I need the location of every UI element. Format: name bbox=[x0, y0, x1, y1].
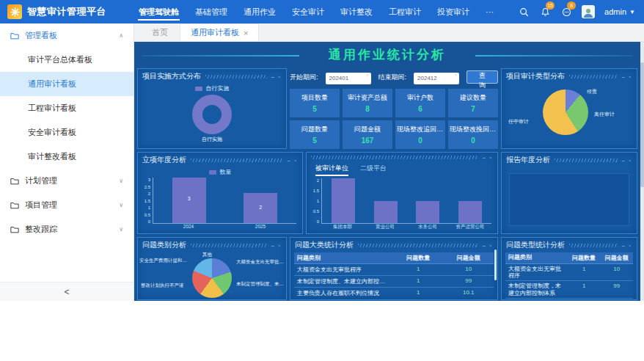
cell-amount: 99 bbox=[600, 281, 633, 297]
cell-count: 1 bbox=[393, 276, 443, 287]
table-row[interactable]: 大额资金支出无审批程序110 bbox=[294, 264, 494, 276]
user-menu[interactable]: admin ▼ bbox=[604, 7, 635, 16]
start-period-input[interactable] bbox=[326, 73, 371, 84]
sidebar-item-0-4[interactable]: 审计整改看板 bbox=[0, 145, 133, 169]
bar-资产运营公司 bbox=[458, 201, 482, 224]
panel-issue-major: 问题大类统计分析‒ ▫ 问题类别问题数量问题金额大额资金支出无审批程序110未制… bbox=[290, 237, 498, 300]
sidebar-menu: 管理看板∧审计平台总体看板通用审计看板工程审计看板安全审计看板审计整改看板计划管… bbox=[0, 23, 133, 241]
panel-issue-type: 问题类型统计分析‒ ▫ 问题类别问题数量问题金额大额资金支出无审批程序110未制… bbox=[501, 237, 637, 300]
sidebar-item-0-3[interactable]: 安全审计看板 bbox=[0, 120, 133, 145]
panel-title: 立项年度分析 bbox=[142, 155, 186, 165]
topnav-item-6[interactable]: 投资审计 bbox=[429, 0, 477, 23]
dashboard-scrollbar[interactable] bbox=[640, 42, 644, 301]
cell-count: 1 bbox=[393, 288, 443, 299]
y-tick: 0 bbox=[317, 219, 319, 224]
table-row[interactable]: 主要负责人存在履职不到位情况110.1 bbox=[294, 288, 494, 299]
message-icon[interactable]: 8 bbox=[560, 6, 572, 18]
table-header-row: 问题类别问题数量问题金额 bbox=[294, 252, 494, 264]
stat-card-1: 审计资产总额8 bbox=[343, 89, 392, 117]
col-header: 问题类别 bbox=[505, 252, 568, 263]
legend-label: 数量 bbox=[220, 168, 232, 176]
y-tick: 0.5 bbox=[144, 213, 150, 217]
pie-label: 安全生产费用计提和使用不规范 bbox=[139, 258, 189, 264]
chart-legend: 自行实施 bbox=[138, 83, 286, 92]
stat-card-2: 审计户数6 bbox=[395, 89, 445, 117]
tab-0[interactable]: 首页 bbox=[142, 23, 178, 41]
tab-close-icon[interactable]: × bbox=[244, 29, 248, 37]
sidebar-group-2[interactable]: 项目管理∨ bbox=[0, 193, 133, 217]
x-label: 2025 bbox=[224, 224, 296, 232]
topnav-item-2[interactable]: 通用作业 bbox=[235, 0, 284, 23]
topnav-item-5[interactable]: 工程审计 bbox=[381, 0, 429, 23]
bar-slot: 2 bbox=[225, 178, 297, 223]
sidebar: 管理看板∧审计平台总体看板通用审计看板工程审计看板安全审计看板审计整改看板计划管… bbox=[0, 23, 134, 301]
stat-card-value: 0 bbox=[418, 136, 422, 145]
sidebar-group-0[interactable]: 管理看板∧ bbox=[0, 23, 133, 48]
user-avatar[interactable] bbox=[582, 5, 595, 18]
bar-slot bbox=[407, 178, 450, 223]
folder-icon bbox=[10, 178, 19, 185]
cell-count: 1 bbox=[393, 264, 443, 275]
pie-label: 整改计划执行不严谨 bbox=[141, 282, 184, 289]
panel-deco bbox=[569, 244, 618, 247]
y-axis: 32.521.510.50 bbox=[141, 178, 153, 232]
donut-label: 自行实施 bbox=[138, 136, 286, 143]
table-row[interactable]: 未制定管理制度，未建立内部控制体系199 bbox=[505, 281, 633, 298]
sidebar-item-0-2[interactable]: 工程审计看板 bbox=[0, 96, 133, 120]
panel-title: 项目审计类型分布 bbox=[506, 71, 565, 81]
bell-icon[interactable]: 15 bbox=[539, 6, 551, 18]
panel-tabs: 被审计单位 二级平台 bbox=[307, 161, 497, 177]
stat-card-5: 问题金额167 bbox=[343, 120, 392, 149]
scrollbar-thumb[interactable] bbox=[640, 62, 644, 186]
topnav-item-1[interactable]: 基础管理 bbox=[187, 0, 235, 23]
sidebar-group-1[interactable]: 计划管理∨ bbox=[0, 169, 133, 193]
topnav-item-3[interactable]: 安全审计 bbox=[284, 0, 332, 23]
tab-1[interactable]: 通用审计看板× bbox=[180, 23, 259, 41]
table-scrollbar[interactable] bbox=[494, 249, 497, 280]
audit-type-pie bbox=[543, 90, 588, 135]
end-period-label: 结束期间: bbox=[378, 73, 407, 82]
stat-card-label: 审计户数 bbox=[407, 93, 433, 103]
brand: 智慧审计管理平台 bbox=[7, 4, 131, 19]
sidebar-item-0-0[interactable]: 审计平台总体看板 bbox=[0, 48, 133, 72]
sidebar-item-0-1[interactable]: 通用审计看板 bbox=[0, 72, 133, 96]
topnav-item-7[interactable]: ··· bbox=[477, 0, 502, 23]
end-period-input[interactable] bbox=[414, 73, 459, 84]
legend-swatch bbox=[209, 170, 216, 175]
table-row[interactable]: 未制定管理制度、未建立内部控制体系199 bbox=[294, 276, 494, 288]
panel-window-icons: ‒ ▫ bbox=[483, 243, 493, 248]
y-tick: 1 bbox=[148, 205, 150, 210]
app-title: 智慧审计管理平台 bbox=[27, 5, 106, 18]
sidebar-collapse-button[interactable]: < bbox=[0, 282, 133, 301]
search-button[interactable]: 查询 bbox=[466, 70, 498, 84]
bar-slot bbox=[365, 178, 407, 223]
topnav-item-0[interactable]: 管理驾驶舱 bbox=[131, 0, 187, 23]
x-label: 水务公司 bbox=[406, 224, 449, 232]
tab-secondary-platform[interactable]: 二级平台 bbox=[360, 164, 387, 176]
col-header: 问题数量 bbox=[393, 252, 443, 263]
bar-slot: 3 bbox=[153, 178, 225, 223]
search-icon[interactable] bbox=[518, 6, 530, 18]
cell-amount: 99 bbox=[444, 276, 494, 287]
topnav-item-4[interactable]: 审计整改 bbox=[332, 0, 381, 23]
stat-card-3: 建议数量7 bbox=[448, 89, 498, 117]
tab-label: 通用审计看板 bbox=[191, 27, 239, 38]
table-row[interactable]: 大额资金支出无审批程序110 bbox=[505, 264, 633, 281]
message-badge: 8 bbox=[567, 1, 576, 10]
bar-value: 2 bbox=[244, 205, 277, 210]
tab-audited-units[interactable]: 被审计单位 bbox=[315, 164, 348, 176]
sidebar-group-3[interactable]: 整改跟踪∨ bbox=[0, 217, 133, 241]
bar-slot bbox=[322, 178, 365, 223]
plot-area: 集团本部置业公司水务公司资产运营公司 bbox=[321, 178, 491, 232]
stat-cards: 项目数量5审计资产总额8审计户数6建议数量7问题数量5问题金额167现场整改追回… bbox=[290, 89, 498, 149]
stat-card-7: 现场整改挽回损失0 bbox=[448, 120, 498, 149]
stat-card-label: 建议数量 bbox=[460, 93, 486, 103]
cell-category: 未制定管理制度、未建立内部控制体系 bbox=[294, 276, 393, 287]
donut-chart bbox=[192, 95, 232, 134]
panel-audit-type: 项目审计类型分布‒ ▫ 经责离任审计任中审计 bbox=[501, 68, 637, 149]
y-tick: 1.5 bbox=[313, 189, 319, 193]
y-tick: 2.5 bbox=[144, 185, 150, 189]
table-header-row: 问题类别问题数量问题金额 bbox=[505, 252, 633, 264]
panel-window-icons: ‒ ▫ bbox=[483, 155, 493, 160]
app-logo-icon bbox=[7, 4, 22, 19]
